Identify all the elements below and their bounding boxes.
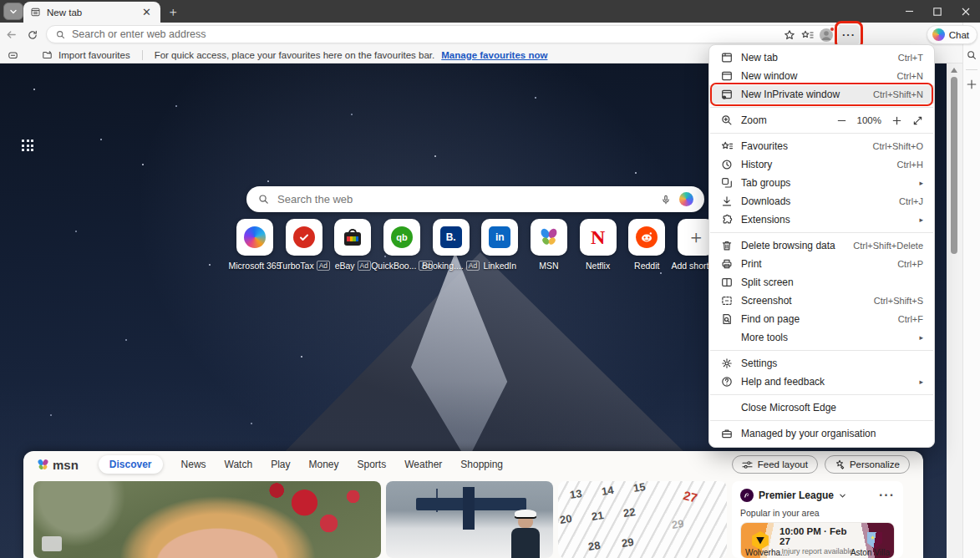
chevron-down-icon[interactable] (839, 492, 846, 500)
page-scrollbar[interactable] (947, 63, 962, 558)
menu-item-print[interactable]: PrintCtrl+P (709, 255, 934, 273)
msn-brand-text: msn (53, 458, 79, 472)
menu-item-managed-by-organisation[interactable]: Managed by your organisation (709, 424, 934, 443)
feed-nav-play[interactable]: Play (271, 459, 290, 470)
shortcut-label: eBayAd (335, 261, 371, 271)
new-tab-button[interactable]: ＋ (165, 4, 180, 19)
shortcut-netflix[interactable]: NNetflix (575, 219, 622, 271)
zoom-in-button[interactable] (891, 115, 902, 126)
import-favourites-button[interactable]: Import favourites (41, 49, 130, 61)
microphone-icon[interactable] (660, 194, 672, 205)
menu-item-help-and-feedback[interactable]: Help and feedback▸ (709, 373, 934, 391)
tab-actions-button[interactable] (3, 3, 23, 20)
manage-favourites-link[interactable]: Manage favourites now (441, 50, 547, 60)
close-window-button[interactable] (952, 0, 980, 23)
address-bar[interactable]: Search or enter web address (46, 25, 855, 43)
menu-item-new-inprivate-window[interactable]: New InPrivate windowCtrl+Shift+N (709, 85, 934, 104)
settings-and-more-button[interactable]: ··· (838, 25, 860, 45)
back-arrow-icon (5, 28, 18, 41)
menu-item-settings[interactable]: Settings (709, 354, 934, 373)
tab-new-tab[interactable]: New tab ✕ (23, 2, 160, 23)
menu-item-favourites[interactable]: FavouritesCtrl+Shift+O (709, 137, 934, 155)
menu-item-shortcut: Ctrl+F (898, 314, 923, 324)
feed-layout-button[interactable]: Feed layout (732, 455, 818, 474)
menu-item-label: New InPrivate window (741, 89, 866, 100)
edge-menu-list: New tabCtrl+TNew windowCtrl+NNew InPriva… (709, 48, 934, 443)
news-card-ship[interactable] (386, 481, 553, 558)
profile-button[interactable] (819, 28, 834, 43)
maximize-button[interactable] (923, 0, 952, 23)
shortcut-linkedin[interactable]: inLinkedIn (476, 219, 523, 271)
menu-item-delete-browsing-data[interactable]: Delete browsing dataCtrl+Shift+Delete (709, 236, 934, 255)
menu-item-extensions[interactable]: Extensions▸ (709, 211, 934, 229)
copilot-chat-button[interactable]: Chat (927, 25, 977, 44)
match-time: 10:00 PM · Feb 27 (779, 526, 856, 546)
feed-nav-watch[interactable]: Watch (225, 459, 253, 470)
shortcut-turbotax[interactable]: TurboTaxAd (281, 219, 328, 271)
feed-cards: 13 14 15 20 21 22 28 29 27 29 Premier Le… (33, 481, 903, 558)
menu-item-shortcut: Ctrl+H (897, 160, 923, 170)
refresh-button[interactable] (22, 29, 43, 41)
msn-butterfly-icon (37, 459, 49, 471)
shortcut-reddit[interactable]: Reddit (623, 219, 670, 271)
sports-widget[interactable]: Premier League ··· Popular in your area … (732, 481, 903, 558)
msn-logo[interactable]: msn (37, 458, 79, 472)
favourites-hint-text: For quick access, place your favourites … (155, 50, 435, 60)
menu-item-find-on-page[interactable]: Find on pageCtrl+F (709, 310, 934, 328)
menu-item-zoom[interactable]: Zoom100% (709, 111, 934, 129)
menu-item-screenshot[interactable]: ScreenshotCtrl+Shift+S (709, 292, 934, 310)
sparkle-pencil-icon (835, 459, 845, 469)
shortcut-booking[interactable]: B.Booking....Ad (428, 219, 475, 271)
feed-nav-sports[interactable]: Sports (358, 459, 387, 470)
shortcut-grid: Microsoft 365TurboTaxAdeBayAdqbQuickBoo.… (231, 219, 719, 271)
menu-item-close-microsoft-edge[interactable]: Close Microsoft Edge (709, 398, 934, 417)
scrollbar-up-arrow[interactable] (951, 68, 957, 73)
navigation-toolbar: Search or enter web address ··· (0, 23, 962, 47)
personalize-button[interactable]: Personalize (825, 455, 910, 474)
menu-item-label: History (741, 159, 890, 170)
menu-item-split-screen[interactable]: Split screen (709, 273, 934, 292)
new-tab-icon (720, 51, 734, 64)
shortcut-microsoft-365[interactable]: Microsoft 365 (231, 219, 278, 271)
page-layout-grid-icon[interactable] (22, 140, 35, 153)
news-card-calendar[interactable]: 13 14 15 20 21 22 28 29 27 29 (558, 481, 727, 558)
minimize-button[interactable] (895, 0, 923, 23)
zoom-out-button[interactable] (836, 115, 847, 126)
menu-item-label: Delete browsing data (741, 240, 845, 251)
feed-nav-money[interactable]: Money (308, 459, 338, 470)
shortcut-label: Microsoft 365 (228, 261, 281, 271)
menu-separator (710, 133, 933, 134)
fullscreen-icon[interactable] (912, 115, 923, 126)
feed-nav-shopping[interactable]: Shopping (460, 459, 503, 470)
sidebar-add-icon[interactable] (966, 79, 977, 90)
ad-badge: Ad (317, 261, 330, 271)
menu-item-more-tools[interactable]: More tools▸ (709, 328, 934, 347)
tab-close-icon[interactable]: ✕ (140, 6, 154, 18)
menu-item-shortcut: Ctrl+Shift+S (874, 296, 923, 306)
shortcut-msn[interactable]: MSN (526, 219, 572, 271)
back-button[interactable] (0, 28, 22, 41)
menu-item-downloads[interactable]: DownloadsCtrl+J (709, 192, 934, 211)
shortcut-ebay[interactable]: eBayAd (329, 219, 376, 271)
menu-item-tab-groups[interactable]: Tab groups▸ (709, 174, 934, 192)
favourites-bar-button[interactable] (800, 28, 815, 42)
menu-item-history[interactable]: HistoryCtrl+H (709, 155, 934, 174)
sidebar-search-icon[interactable] (966, 49, 977, 61)
match-card[interactable]: 10:00 PM · Feb 27 Injury report availabl… (740, 522, 895, 558)
feed-nav-discover[interactable]: Discover (99, 455, 163, 474)
submenu-arrow-icon: ▸ (919, 333, 923, 342)
shortcut-quickbooks[interactable]: qbQuickBoo...Ad (378, 219, 425, 271)
web-search-bar[interactable]: Search the web (246, 186, 704, 212)
news-card-photo[interactable] (33, 481, 381, 558)
menu-item-new-tab[interactable]: New tabCtrl+T (709, 48, 934, 67)
wallet-icon[interactable] (7, 49, 19, 61)
favourite-this-page-button[interactable] (783, 28, 796, 42)
widget-more-icon[interactable]: ··· (879, 488, 895, 503)
feed-nav-weather[interactable]: Weather (404, 459, 442, 470)
menu-item-new-window[interactable]: New windowCtrl+N (709, 67, 934, 85)
feed-nav-news[interactable]: News (181, 459, 206, 470)
refresh-icon (27, 29, 38, 41)
scrollbar-thumb[interactable] (951, 77, 957, 254)
menu-item-label: Zoom (741, 114, 829, 126)
copilot-search-icon[interactable] (679, 192, 693, 206)
